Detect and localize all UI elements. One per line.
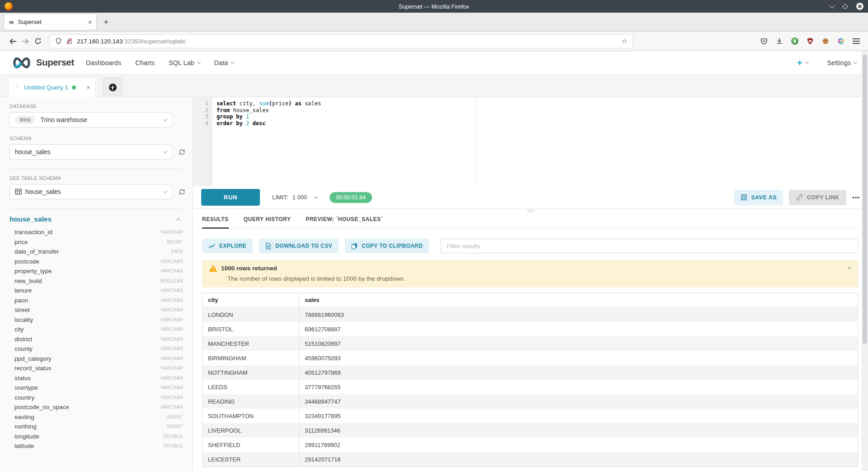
tab-preview-house-sales[interactable]: PREVIEW: `HOUSE_SALES`	[306, 216, 383, 228]
add-new-button[interactable]: +	[797, 58, 808, 67]
header-sales[interactable]: sales	[299, 293, 858, 307]
cell-city: NOTTINGHAM	[203, 369, 299, 376]
explore-button[interactable]: EXPLORE	[202, 239, 253, 253]
run-button[interactable]: RUN	[201, 189, 260, 206]
column-type: DOUBLE	[164, 443, 183, 448]
window-maximize-icon[interactable]	[842, 4, 848, 9]
sql-editor[interactable]: 1select city, sum(price) as sales2from h…	[193, 97, 868, 186]
schema-column: postcode_no_spaceVARCHAR	[9, 402, 183, 412]
column-type: BIGINT	[167, 414, 183, 419]
column-name: locality	[14, 316, 33, 323]
collapse-chevron-icon[interactable]	[176, 218, 181, 222]
nav-item-charts[interactable]: Charts	[135, 59, 155, 66]
database-select[interactable]: trino Trino warehouse	[9, 112, 172, 127]
header-city[interactable]: city	[203, 297, 299, 303]
query-tab-close-icon[interactable]: ×	[86, 84, 90, 91]
schema-select[interactable]: house_sales	[9, 144, 172, 160]
url-text[interactable]: 217.160.120.143:32393/superset/sqllab/	[77, 38, 186, 45]
column-type: BOOLEAN	[160, 278, 183, 283]
column-name: record_status	[14, 365, 52, 372]
nav-item-dashboards[interactable]: Dashboards	[86, 59, 121, 66]
sql-lab-workspace: ⋮ Untitled Query 1 × DATABASE trino Trin…	[0, 75, 868, 471]
query-tab-title: Untitled Query 1	[24, 84, 68, 91]
schema-value: house_sales	[15, 148, 51, 155]
ublock-shield-icon[interactable]	[807, 38, 814, 45]
cell-sales: 32349177895	[299, 409, 858, 423]
filter-results-input[interactable]	[441, 239, 858, 253]
reload-icon[interactable]	[32, 35, 44, 47]
new-tab-button[interactable]: +	[104, 17, 108, 27]
cell-city: LONDON	[203, 311, 299, 318]
tracking-shield-icon[interactable]	[55, 38, 62, 45]
table-name-heading[interactable]: house_sales	[9, 215, 52, 223]
more-options-icon[interactable]: •••	[852, 194, 860, 201]
schema-column: districtVARCHAR	[9, 334, 183, 344]
downloads-icon[interactable]	[776, 38, 783, 45]
browser-toolbar: 217.160.120.143:32393/superset/sqllab/ ☆	[0, 32, 868, 51]
tab-results[interactable]: RESULTS	[202, 216, 229, 228]
tab-query-history[interactable]: QUERY HISTORY	[244, 216, 291, 228]
limit-value: 1 000	[292, 194, 307, 201]
query-tab[interactable]: ⋮ Untitled Query 1 ×	[8, 77, 96, 97]
editor-pane: 1select city, sum(price) as sales2from h…	[193, 97, 868, 471]
forward-icon[interactable]	[19, 35, 32, 47]
run-toolbar: RUN LIMIT: 1 000 00:00:01.64 SAVE AS	[193, 186, 868, 209]
table-grid-icon	[15, 188, 22, 195]
save-as-button[interactable]: SAVE AS	[734, 190, 783, 205]
line-number: 1	[193, 100, 212, 107]
file-icon	[265, 243, 271, 250]
tab-close-icon[interactable]: ×	[88, 19, 92, 25]
add-query-tab-button[interactable]	[103, 77, 123, 97]
plus-circle-icon	[109, 84, 117, 91]
column-name: postcode_no_space	[14, 404, 69, 410]
column-type: DATE	[171, 249, 183, 254]
browser-tab-superset[interactable]: ∞ Superset ×	[4, 14, 96, 30]
column-type: VARCHAR	[160, 366, 183, 371]
cell-city: BRISTOL	[203, 326, 299, 333]
nav-item-data[interactable]: Data	[214, 59, 234, 66]
sql-editor-lines: 1select city, sum(price) as sales2from h…	[193, 100, 868, 127]
drag-handle-icon[interactable]: ⋮	[14, 84, 20, 91]
save-icon	[741, 194, 747, 201]
url-path: :32393/superset/sqllab/	[123, 38, 186, 45]
page-scrollbar	[862, 51, 868, 471]
cell-sales: 51510820997	[299, 336, 858, 351]
refresh-schema-icon[interactable]	[179, 149, 185, 155]
warning-triangle-icon	[209, 264, 217, 272]
window-close-icon[interactable]	[856, 3, 863, 10]
column-type: BIGINT	[167, 240, 183, 245]
url-bar[interactable]: 217.160.120.143:32393/superset/sqllab/ ☆	[50, 34, 633, 48]
column-type: VARCHAR	[160, 395, 183, 400]
window-minimize-icon[interactable]	[829, 3, 835, 9]
back-icon[interactable]	[6, 35, 19, 47]
alert-close-icon[interactable]: ×	[848, 264, 851, 272]
menu-hamburger-icon[interactable]	[853, 38, 860, 44]
code-line: 2from house_sales	[193, 107, 868, 114]
refresh-table-icon[interactable]	[179, 188, 185, 195]
insecure-lock-icon[interactable]	[66, 38, 73, 45]
bookmark-star-icon[interactable]: ☆	[622, 37, 627, 45]
code-line: 4order by 2 desc	[193, 120, 868, 127]
scrollbar-thumb[interactable]	[863, 55, 867, 344]
cookie-icon[interactable]	[822, 38, 829, 45]
copy-clipboard-button[interactable]: COPY TO CLIPBOARD	[345, 239, 429, 253]
chevron-down-icon	[163, 189, 168, 193]
pane-resize-handle[interactable]	[527, 210, 534, 213]
nav-item-sql-lab[interactable]: SQL Lab	[169, 59, 200, 66]
code-line: 3group by 1	[193, 113, 868, 120]
cell-sales: 31126991346	[299, 423, 858, 438]
table-row: LONDON788861960063	[203, 307, 858, 322]
cell-sales: 788861960063	[299, 307, 858, 322]
extension-green-icon[interactable]	[791, 38, 798, 45]
extension-pinwheel-icon[interactable]	[837, 38, 844, 45]
column-name: country	[14, 394, 34, 401]
limit-dropdown[interactable]: LIMIT: 1 000	[272, 194, 317, 201]
copy-link-button[interactable]: COPY LINK	[789, 190, 846, 205]
settings-menu[interactable]: Settings	[827, 59, 857, 66]
alert-message: The number of rows displayed is limited …	[227, 275, 851, 282]
table-row: READING34468947747	[203, 394, 858, 409]
table-schema-select[interactable]: house_sales	[9, 184, 172, 199]
download-csv-button[interactable]: DOWNLOAD TO CSV	[259, 239, 339, 253]
sql-lab-sidebar: DATABASE trino Trino warehouse SCHEMA ho…	[0, 97, 193, 471]
pocket-icon[interactable]	[760, 38, 768, 45]
